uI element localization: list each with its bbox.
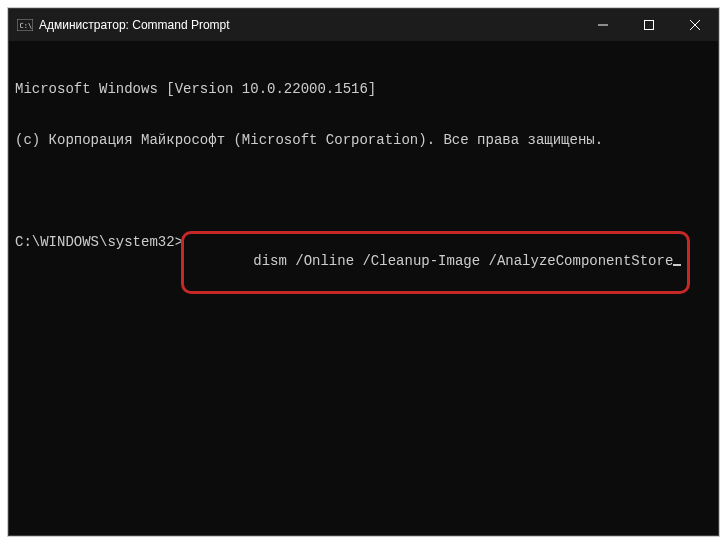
- command-prompt-window: C:\ Администратор: Command Prompt: [8, 8, 719, 536]
- typed-command: dism /Online /Cleanup-Image /AnalyzeComp…: [253, 253, 673, 269]
- command-highlight: dism /Online /Cleanup-Image /AnalyzeComp…: [181, 231, 690, 294]
- terminal-area[interactable]: Microsoft Windows [Version 10.0.22000.15…: [9, 41, 718, 535]
- prompt-row: C:\WINDOWS\system32> dism /Online /Clean…: [15, 234, 712, 294]
- minimize-button[interactable]: [580, 9, 626, 41]
- maximize-button[interactable]: [626, 9, 672, 41]
- svg-rect-3: [645, 21, 654, 30]
- output-line: Microsoft Windows [Version 10.0.22000.15…: [15, 81, 712, 98]
- window-title: Администратор: Command Prompt: [39, 18, 230, 32]
- cmd-icon: C:\: [17, 18, 33, 32]
- text-cursor: [673, 264, 681, 266]
- titlebar[interactable]: C:\ Администратор: Command Prompt: [9, 9, 718, 41]
- svg-text:C:\: C:\: [20, 22, 33, 30]
- output-line: (c) Корпорация Майкрософт (Microsoft Cor…: [15, 132, 712, 149]
- window-controls: [580, 9, 718, 41]
- prompt-path: C:\WINDOWS\system32>: [15, 234, 183, 251]
- blank-line: [15, 183, 712, 200]
- close-button[interactable]: [672, 9, 718, 41]
